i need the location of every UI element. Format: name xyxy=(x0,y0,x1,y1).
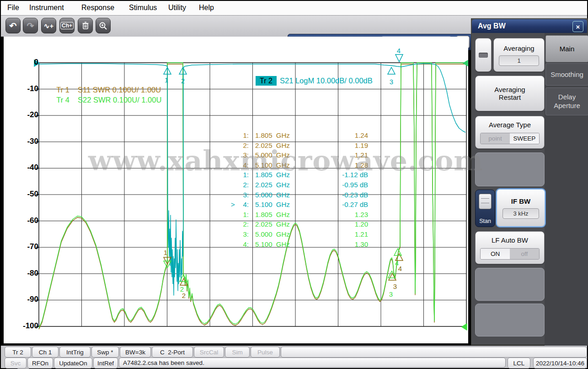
marker-number-label: 3 xyxy=(389,290,393,298)
y-axis-label: -50 xyxy=(16,190,38,199)
marker-row: 1:1.805 GHz1.23 xyxy=(231,210,368,220)
lf-auto-bw-switch[interactable]: ON off xyxy=(480,248,540,260)
legend-tr4[interactable]: Tr 4S22 SWR 0.100U/ 1.00U xyxy=(44,87,161,113)
averaging-toggle-button[interactable] xyxy=(475,38,492,72)
status-cal[interactable]: C 2-Port xyxy=(152,347,193,358)
averaging-button[interactable]: Averaging 1 xyxy=(493,38,545,72)
status-bandwidth[interactable]: BW=3k xyxy=(120,347,151,358)
plot-window: 12341223344 0-10-20-30-40-50-60-70-80-90… xyxy=(4,37,468,343)
average-type-button[interactable]: Average Type point SWEEP xyxy=(475,116,545,149)
average-type-switch[interactable]: point SWEEP xyxy=(480,133,540,144)
softkey-panel-title: Avg BW xyxy=(478,22,506,30)
tab-smoothing[interactable]: Smoothing xyxy=(545,63,588,86)
marker-table: 1:1.805 GHz1.242:2.025 GHz1.193:5.000 GH… xyxy=(231,130,368,249)
averaging-value: 1 xyxy=(499,55,539,66)
marker-number-label: 1 xyxy=(164,249,167,256)
softkey-tab-column: Main Smoothing Delay Aperture xyxy=(545,33,588,346)
status-channel[interactable]: Ch 1 xyxy=(32,347,59,358)
menu-bar: File Instrument Response Stimulus Utilit… xyxy=(1,1,587,15)
menu-stimulus[interactable]: Stimulus xyxy=(129,4,157,12)
marker-number-label: 2 xyxy=(181,77,185,85)
marker-row: 2:2.025 GHz-0.95 dB xyxy=(231,180,368,190)
tab-delay-aperture[interactable]: Delay Aperture xyxy=(545,87,588,115)
marker-row: 2:2.025 GHz1.20 xyxy=(231,219,368,229)
legend-tr4-desc: S22 SWR 0.100U/ 1.00U xyxy=(78,96,161,104)
empty-softkey-1 xyxy=(475,152,545,186)
marker-row: 3:5.000 GHz1.21 xyxy=(231,229,368,239)
status-row1-empty-field xyxy=(281,347,587,358)
marker-row: 1:1.805 GHz-1.12 dB xyxy=(231,170,368,180)
y-axis-label: -90 xyxy=(16,295,38,304)
status-sweep[interactable]: Swp * xyxy=(91,347,119,358)
status-srccal: SrcCal xyxy=(194,347,224,358)
status-trace[interactable]: Tr 2 xyxy=(5,347,31,358)
y-axis-label: -10 xyxy=(16,84,38,93)
add-channel-button[interactable]: Ch+ xyxy=(59,18,75,33)
status-update[interactable]: UpdateOn xyxy=(54,358,92,369)
menu-utility[interactable]: Utility xyxy=(168,4,186,12)
legend-tr2-badge[interactable]: Tr 2 xyxy=(256,76,277,86)
y-axis-label: -80 xyxy=(16,269,38,278)
marker-number-label: 2 xyxy=(180,285,184,293)
y-axis-label: -60 xyxy=(16,216,38,225)
redo-icon: ↷ xyxy=(27,22,34,30)
averaging-restart-label: Averaging Restart xyxy=(488,86,532,101)
status-datetime: 2022/10/14-10:46 xyxy=(533,358,587,369)
undo-button[interactable]: ↶ xyxy=(5,18,21,33)
marker-row: 3:5.000 GHz-0.23 dB xyxy=(231,190,368,200)
legend-tr2-desc: S21 LogM 10.00dB/ 0.00dB xyxy=(280,76,373,85)
lf-auto-bw-button[interactable]: LF Auto BW ON off xyxy=(475,231,545,264)
marker-row: 4:5.100 GHz1.28 xyxy=(231,160,368,170)
empty-softkey-2 xyxy=(475,268,545,301)
averaging-label: Averaging xyxy=(503,44,534,52)
y-axis-label: -70 xyxy=(16,242,38,251)
add-trace-icon: ∿+ xyxy=(44,22,53,29)
status-lcl: LCL xyxy=(508,358,530,369)
ifbw-standard-toggle[interactable]: Stan xyxy=(475,190,495,227)
y-axis-label: 0 xyxy=(16,58,38,67)
y-axis-label: -100 xyxy=(16,321,38,331)
y-axis-label: -30 xyxy=(16,137,38,146)
marker-triangle-icon xyxy=(463,60,468,66)
average-type-label: Average Type xyxy=(489,121,531,129)
marker-number-label: 3 xyxy=(390,78,393,86)
undo-icon: ↶ xyxy=(10,22,17,30)
status-ref[interactable]: IntRef xyxy=(93,358,118,369)
y-axis-label: -20 xyxy=(16,110,38,119)
ifbw-toggle-label: Stan xyxy=(476,218,495,224)
softkey-panel: Avg BW × Main Smoothing Delay Aperture A… xyxy=(471,18,588,345)
empty-softkey-3 xyxy=(475,304,545,336)
tab-main[interactable]: Main xyxy=(545,35,588,62)
average-type-point[interactable]: point xyxy=(481,133,510,144)
ifbw-label: IF BW xyxy=(511,197,531,205)
lf-auto-bw-on[interactable]: ON xyxy=(481,249,510,259)
close-icon: × xyxy=(576,23,580,31)
marker-triangle-icon xyxy=(396,54,403,62)
marker-row: 4:5.100 GHz1.30 xyxy=(231,239,368,250)
add-trace-button[interactable]: ∿+ xyxy=(41,18,56,33)
menu-response[interactable]: Response xyxy=(81,4,114,12)
menu-file[interactable]: File xyxy=(7,4,19,12)
menu-instrument[interactable]: Instrument xyxy=(29,4,64,12)
redo-button: ↷ xyxy=(23,18,38,33)
marker-row: 1:1.805 GHz1.24 xyxy=(231,130,368,141)
trash-icon xyxy=(81,22,90,30)
status-rf[interactable]: RFOn xyxy=(27,358,53,369)
ifbw-button[interactable]: IF BW 3 kHz xyxy=(496,189,545,227)
marker-number-label: 4 xyxy=(395,259,399,267)
averaging-restart-button[interactable]: Averaging Restart xyxy=(475,76,545,111)
lf-auto-bw-off[interactable]: off xyxy=(510,249,539,259)
lf-auto-bw-label: LF Auto BW xyxy=(492,236,528,244)
softkey-panel-header: Avg BW × xyxy=(472,19,587,33)
status-sim: Sim xyxy=(225,347,250,358)
marker-number-label: 4 xyxy=(397,47,401,54)
vna-application-window: File Instrument Response Stimulus Utilit… xyxy=(0,0,588,369)
marker-number-label: 1 xyxy=(165,76,168,84)
zoom-button[interactable] xyxy=(96,18,111,33)
average-type-sweep[interactable]: SWEEP xyxy=(510,133,539,144)
close-button[interactable]: × xyxy=(572,21,583,32)
menu-help[interactable]: Help xyxy=(199,4,214,12)
status-svc: Svc xyxy=(5,358,27,369)
delete-button[interactable] xyxy=(78,18,93,33)
status-trigger[interactable]: IntTrig xyxy=(59,347,91,358)
